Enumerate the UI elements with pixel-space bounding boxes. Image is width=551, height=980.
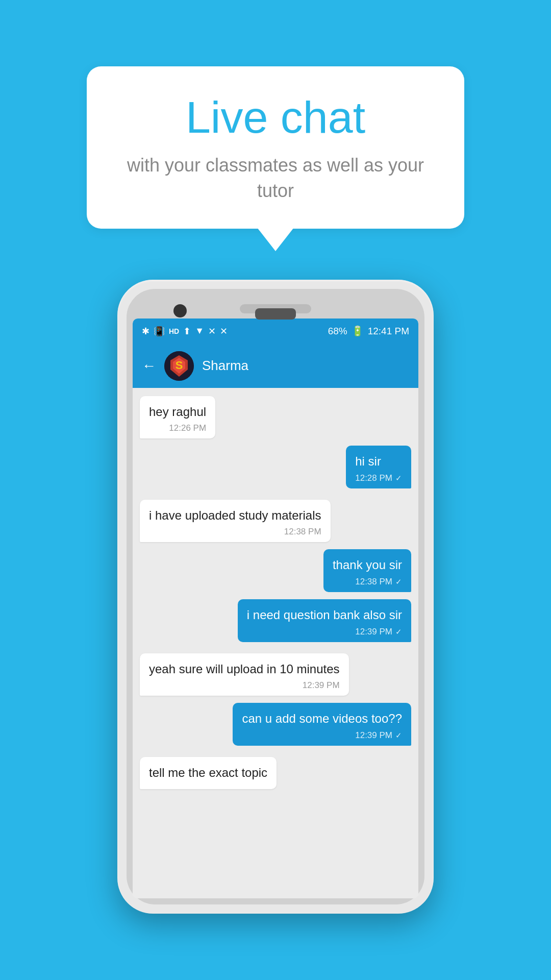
list-item: hi sir 12:28 PM ✓: [346, 446, 411, 488]
svg-text:S: S: [176, 359, 183, 372]
bubble-subtitle: with your classmates as well as your tut…: [122, 153, 429, 204]
message-time: 12:38 PM: [284, 527, 321, 537]
list-item: thank you sir 12:38 PM ✓: [323, 549, 411, 592]
message-time: 12:39 PM: [355, 730, 392, 741]
vibrate-icon: 📳: [154, 326, 165, 337]
chat-area: hey raghul 12:26 PM hi sir 12:28 PM ✓: [133, 388, 418, 898]
message-time: 12:39 PM: [355, 627, 392, 637]
clock: 12:41 PM: [368, 326, 409, 337]
message-meta: 12:39 PM: [149, 680, 340, 691]
message-time: 12:28 PM: [355, 473, 392, 483]
message-tick: ✓: [395, 731, 402, 740]
message-meta: 12:39 PM ✓: [247, 627, 402, 637]
front-camera: [173, 304, 187, 317]
message-meta: 12:39 PM ✓: [242, 730, 402, 741]
status-icons-left: ✱ 📳 HD ⬆ ▼ ✕ ✕: [142, 326, 228, 337]
contact-avatar: S: [164, 351, 194, 381]
message-text: i have uploaded study materials: [149, 507, 321, 524]
data-icon: ⬆: [183, 326, 191, 337]
message-text: thank you sir: [333, 556, 402, 574]
list-item: can u add some videos too?? 12:39 PM ✓: [233, 703, 411, 746]
list-item: yeah sure will upload in 10 minutes 12:3…: [140, 653, 349, 696]
message-meta: 12:38 PM: [149, 527, 321, 537]
signal-icon: ✕: [208, 326, 216, 337]
message-tick: ✓: [395, 627, 402, 636]
status-bar: ✱ 📳 HD ⬆ ▼ ✕ ✕ 68% 🔋 12:41 PM: [133, 318, 418, 344]
chat-header: ← S Sharma: [133, 344, 418, 388]
message-text: tell me the exact topic: [149, 764, 267, 781]
message-meta: 12:26 PM: [149, 423, 206, 433]
message-tick: ✓: [395, 577, 402, 586]
home-button: [255, 308, 296, 320]
bluetooth-icon: ✱: [142, 326, 149, 337]
message-meta: 12:38 PM ✓: [333, 577, 402, 587]
phone-top-hardware: [133, 295, 418, 318]
message-text: i need question bank also sir: [247, 606, 402, 624]
message-text: can u add some videos too??: [242, 710, 402, 727]
back-button[interactable]: ←: [142, 358, 156, 374]
hd-icon: HD: [169, 327, 179, 335]
signal2-icon: ✕: [220, 326, 228, 337]
phone-mockup: ✱ 📳 HD ⬆ ▼ ✕ ✕ 68% 🔋 12:41 PM: [117, 280, 434, 914]
speech-bubble: Live chat with your classmates as well a…: [87, 66, 464, 229]
message-text: hey raghul: [149, 403, 206, 421]
message-tick: ✓: [395, 474, 402, 483]
list-item: i need question bank also sir 12:39 PM ✓: [238, 599, 411, 642]
contact-name: Sharma: [202, 358, 248, 374]
message-time: 12:38 PM: [355, 577, 392, 587]
bubble-title: Live chat: [122, 93, 429, 142]
list-item: i have uploaded study materials 12:38 PM: [140, 500, 331, 543]
phone-screen: ✱ 📳 HD ⬆ ▼ ✕ ✕ 68% 🔋 12:41 PM: [133, 318, 418, 898]
message-text: hi sir: [355, 453, 402, 470]
battery-percent: 68%: [328, 326, 347, 337]
battery-icon: 🔋: [352, 325, 364, 337]
wifi-icon: ▼: [195, 326, 204, 336]
message-meta: 12:28 PM ✓: [355, 473, 402, 483]
list-item: tell me the exact topic: [140, 757, 277, 790]
message-text: yeah sure will upload in 10 minutes: [149, 660, 340, 678]
message-time: 12:39 PM: [303, 680, 340, 691]
list-item: hey raghul 12:26 PM: [140, 396, 215, 439]
message-time: 12:26 PM: [169, 423, 206, 433]
status-right: 68% 🔋 12:41 PM: [328, 325, 409, 337]
